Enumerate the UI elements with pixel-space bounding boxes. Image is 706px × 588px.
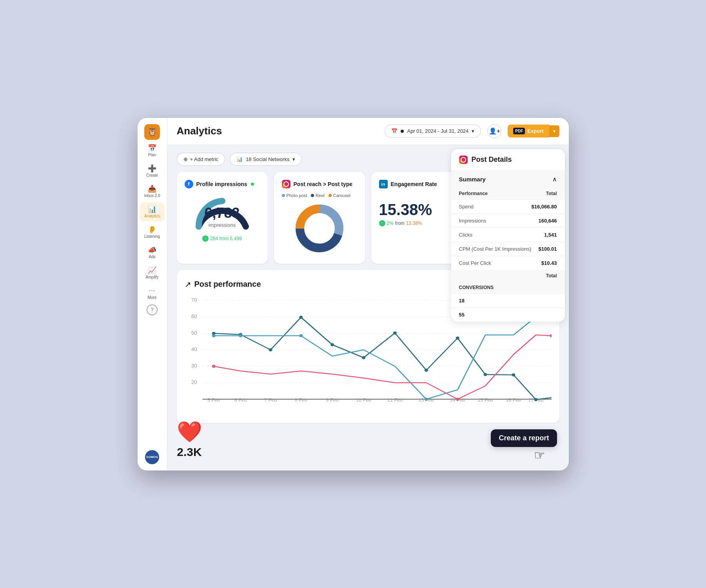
photo-dot (282, 194, 285, 197)
clicks-label: Clicks (459, 232, 473, 238)
sidebar-label-more: More (148, 295, 157, 300)
conversions-header-row: CONVERSIONS (451, 282, 565, 293)
export-chevron-button[interactable]: ▾ (549, 125, 559, 137)
summary-table-header: Performance Total (451, 188, 565, 199)
user-add-button[interactable]: 👤+ (487, 124, 501, 138)
performance-header: Performance (459, 191, 488, 196)
sidebar-label-listening: Listening (144, 234, 160, 239)
summary-header[interactable]: Summary ∧ (451, 171, 565, 188)
chevron-down-icon: ▾ (553, 128, 555, 134)
reel-dot (311, 194, 314, 197)
post-reach-legend: Photo post Reel Carousel (282, 193, 357, 198)
impressions-value: 160,646 (539, 218, 557, 224)
date-picker-button[interactable]: 📅 Apr 01, 2024 - Jul 31, 2024 ▾ (385, 125, 481, 138)
summary-row-spend: Spend $16,066.80 (451, 199, 565, 213)
from-label: from (395, 221, 405, 226)
create-report-tooltip[interactable]: Create a report (491, 429, 557, 447)
clicks-value: 1,541 (544, 232, 557, 238)
summary-section: Summary ∧ Performance Total Spend $16,06… (451, 171, 565, 322)
sidebar-item-amplify[interactable]: 📈 Amplify (140, 264, 165, 282)
cpc-label: Cost Per Click (459, 260, 491, 266)
create-icon: ➕ (148, 165, 156, 172)
sidebar-item-listening[interactable]: 👂 Listening (140, 223, 165, 242)
impressions-value-overlay: 6,783 impressions (204, 205, 240, 228)
sidebar-item-inbox[interactable]: 📥 Inbox 2.0 (140, 182, 165, 201)
sidebar-label-analytics: Analytics (144, 214, 160, 218)
post-reach-title: Post reach > Post type (294, 181, 353, 187)
svg-point-4 (305, 213, 334, 243)
post-performance-icon: ↗ (185, 280, 191, 289)
svg-text:10 Feb: 10 Feb (356, 397, 372, 402)
add-metric-button[interactable]: ⊕ + Add metric (177, 153, 225, 166)
conversion-row-1: 18 (451, 293, 565, 308)
trend-up-icon: ↑ (379, 220, 385, 226)
sidebar-item-plan[interactable]: 📅 Plan (140, 141, 165, 160)
user-add-icon: 👤+ (489, 127, 500, 135)
total-label: Total (546, 273, 557, 279)
svg-point-37 (424, 369, 428, 372)
social-networks-button[interactable]: 📊 18 Social Networks ▾ (230, 153, 302, 166)
user-avatar[interactable]: SOMOS (145, 450, 159, 464)
svg-point-41 (534, 398, 537, 401)
help-icon: ? (151, 307, 153, 313)
export-label: Export (527, 128, 543, 134)
svg-text:11 Feb: 11 Feb (387, 397, 403, 402)
linkedin-icon: in (379, 180, 388, 188)
sidebar-item-create[interactable]: ➕ Create (140, 162, 165, 181)
plus-icon: ⊕ (183, 156, 188, 162)
cursor-hand-icon: ☞ (534, 448, 545, 463)
spend-label: Spend (459, 204, 474, 210)
sidebar-item-ads[interactable]: 📣 Ads (140, 243, 165, 262)
cpm-label: CPM (Cost Per 1K Impressions) (459, 246, 532, 252)
export-main-button[interactable]: PDF Export (508, 125, 549, 138)
listening-icon: 👂 (148, 226, 156, 233)
header: Analytics 📅 Apr 01, 2024 - Jul 31, 2024 … (167, 118, 569, 145)
status-dot (251, 183, 254, 186)
post-reach-card: Post reach > Post type Photo post Reel (274, 172, 365, 264)
post-details-panel: Post Details Summary ∧ Performance Total… (451, 149, 565, 322)
svg-text:8 Feb: 8 Feb (294, 397, 307, 402)
svg-point-43 (239, 334, 242, 337)
analytics-icon: 📊 (148, 206, 156, 213)
svg-point-33 (299, 316, 303, 319)
pdf-label: PDF (513, 128, 525, 134)
svg-text:6 Feb: 6 Feb (234, 397, 247, 402)
post-details-ig-icon (459, 156, 468, 164)
svg-point-34 (330, 343, 334, 346)
svg-point-50 (550, 334, 552, 337)
help-button[interactable]: ? (147, 304, 158, 315)
svg-text:16 Feb: 16 Feb (506, 397, 521, 402)
engagement-rate-value: 15.38% (379, 201, 454, 219)
impressions-change-text: 284 from 6,499 (210, 236, 242, 241)
svg-point-38 (456, 337, 459, 340)
more-dots-icon: ··· (149, 287, 155, 294)
heart-icon: ❤️ (177, 420, 202, 444)
sidebar-item-analytics[interactable]: 📊 Analytics (140, 203, 165, 221)
sidebar-label-plan: Plan (148, 153, 156, 157)
heart-count-widget: ❤️ 2.3K (177, 420, 202, 459)
impressions-change: ↑ 284 from 6,499 (185, 235, 260, 242)
svg-point-48 (212, 365, 215, 368)
owl-icon: 🦉 (147, 127, 157, 137)
chevron-up-icon: ∧ (552, 175, 557, 183)
plan-icon: 📅 (148, 145, 156, 152)
sidebar-item-more[interactable]: ··· More (140, 284, 165, 303)
app-logo[interactable]: 🦉 (144, 124, 160, 140)
export-button[interactable]: PDF Export ▾ (508, 125, 559, 138)
add-metric-label: + Add metric (190, 156, 219, 162)
conversions-header: CONVERSIONS (459, 285, 494, 290)
total-header: Total (546, 191, 557, 196)
svg-text:15 Feb: 15 Feb (477, 397, 493, 402)
calendar-icon: 📅 (391, 128, 397, 134)
svg-text:40: 40 (191, 346, 197, 352)
post-reach-donut-svg (292, 201, 347, 256)
facebook-icon: f (185, 180, 193, 188)
svg-point-36 (393, 331, 396, 335)
impressions-number: 6,783 (204, 205, 240, 221)
change-pct: 2% (387, 221, 394, 226)
post-details-title: Post Details (472, 156, 512, 164)
profile-impressions-card: f Profile impressions (177, 172, 268, 264)
instagram-icon (282, 180, 290, 188)
amplify-icon: 📈 (148, 267, 156, 274)
ads-icon: 📣 (148, 246, 156, 253)
